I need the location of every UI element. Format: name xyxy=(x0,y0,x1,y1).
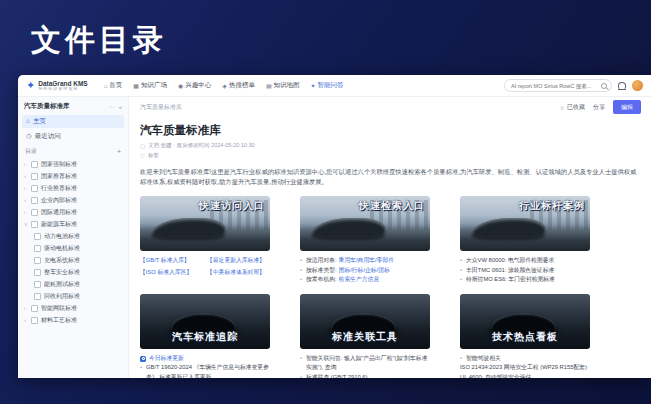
tree-item[interactable]: ›国家推荐标准 xyxy=(22,170,124,182)
tree-item[interactable]: ›行业推荐标准 xyxy=(22,182,124,194)
search-facet-label: 按标准类型: xyxy=(306,266,337,276)
tree-item[interactable]: 能耗测试标准 xyxy=(22,278,124,290)
caret-icon: › xyxy=(24,209,28,215)
share-button[interactable]: 分享 xyxy=(593,103,605,112)
nav-item-hot-list[interactable]: ◈热搜榜单 xyxy=(222,81,255,90)
search-facet-link[interactable]: 国标/行标/企标/团标 xyxy=(339,266,390,276)
nav-item-home[interactable]: ⌂首页 xyxy=(104,81,123,90)
quick-link[interactable]: 【ISO 标准入库区】 xyxy=(140,268,203,278)
card-banner-title: 汽车标准追踪 xyxy=(140,330,270,344)
quick-link[interactable]: 【最近更新入库标准】 xyxy=(207,256,270,266)
tree-item[interactable]: 整车安全标准 xyxy=(22,266,124,278)
app-topbar: ✦ DataGrand KMS 智能知识管理系统 ⌂首页 ▦知识广场 ◉兴趣中心… xyxy=(18,75,651,97)
folder-icon xyxy=(34,245,41,252)
card-banner[interactable]: 快速检索入口 xyxy=(300,196,430,251)
folder-icon xyxy=(31,197,38,204)
update-header: 今日标准更新 xyxy=(140,354,270,364)
update-icon xyxy=(140,356,146,362)
tree-item[interactable]: ›国际通用标准 xyxy=(22,206,124,218)
folder-icon xyxy=(31,185,38,192)
tree-item[interactable]: 驱动电机标准 xyxy=(22,242,124,254)
nav-item-knowledge-plaza[interactable]: ▦知识广场 xyxy=(133,81,167,90)
caret-icon: › xyxy=(24,317,28,323)
nav-item-smart-qa[interactable]: ✦智能问答 xyxy=(311,81,344,90)
document-title: 汽车质量标准库 xyxy=(140,123,641,138)
sidebar: 汽车质量标准库 ⋯ « ⌂ 主页 ◷ 最近访问 目录 + ›国家强制标准 ›国家… xyxy=(18,97,129,378)
notification-bell-icon[interactable] xyxy=(618,82,626,89)
search-facet-label: 按适用对象: xyxy=(306,256,337,266)
tree-item[interactable]: 充电系统标准 xyxy=(22,254,124,266)
tree-item[interactable]: ›智能网联标准 xyxy=(22,302,124,314)
folder-icon xyxy=(31,209,38,216)
target-icon: ◉ xyxy=(178,82,183,89)
nav-item-interest-center[interactable]: ◉兴趣中心 xyxy=(178,81,211,90)
document-meta: ▢ 文档 创建 · 最后修改时间 2024-05-20 10:30 xyxy=(140,142,641,149)
hotspot-item[interactable]: 智能驾驶相关 xyxy=(466,354,501,364)
case-item[interactable]: 大众VW 80000: 电气部件检测要求 xyxy=(466,256,554,266)
page-title: 文件目录 xyxy=(31,20,167,61)
tool-item[interactable]: 标准联查 (GB/T 2910.6) xyxy=(306,373,367,378)
card-benchmark-cases: 行业标杆案例 •大众VW 80000: 电气部件检测要求 •丰田TMC 0601… xyxy=(460,196,590,285)
folder-icon xyxy=(31,221,38,228)
card-banner[interactable]: 技术热点看板 xyxy=(460,294,590,349)
home-icon: ⌂ xyxy=(104,83,108,89)
map-icon: ▤ xyxy=(266,82,272,89)
hotspot-item[interactable]: ISO 21434:2023 网络安全工程 (WP29 R155配套) xyxy=(460,363,587,373)
tree-item[interactable]: ›材料工艺标准 xyxy=(22,314,124,326)
rank-icon: ◈ xyxy=(222,82,227,89)
quick-link[interactable]: 【GB/T 标准入库】 xyxy=(140,256,203,266)
search-facet-link[interactable]: 乘用车/商用车/零部件 xyxy=(339,256,394,266)
sidebar-item-home[interactable]: ⌂ 主页 xyxy=(22,115,124,128)
user-avatar[interactable] xyxy=(632,80,643,91)
global-search[interactable] xyxy=(504,79,612,92)
hotspot-item[interactable]: UL 4600: 自动驾驶安全评估 xyxy=(460,373,531,378)
document-tags: ♡ 标签 xyxy=(140,152,641,159)
card-banner[interactable]: 汽车标准追踪 xyxy=(140,294,270,349)
card-banner[interactable]: 标准关联工具 xyxy=(300,294,430,349)
sidebar-item-recent[interactable]: ◷ 最近访问 xyxy=(22,130,124,143)
tree-item[interactable]: 动力电池标准 xyxy=(22,230,124,242)
car-image xyxy=(311,218,387,237)
app-logo[interactable]: ✦ DataGrand KMS 智能知识管理系统 xyxy=(26,80,88,92)
card-standard-tracking: 汽车标准追踪 今日标准更新 •GB/T 19620-2024 《车辆生产信息与标… xyxy=(140,294,270,378)
main-content: 汽车质量标准库 ☆已收藏 分享 编辑 汽车质量标准库 ▢ 文档 创建 · 最后修… xyxy=(129,97,651,378)
card-quick-search: 快速检索入口 •按适用对象:乘用车/商用车/零部件 •按标准类型:国标/行标/企… xyxy=(300,196,430,285)
card-banner[interactable]: 快速访问入口 xyxy=(140,196,270,251)
car-image xyxy=(151,218,227,237)
card-banner[interactable]: 行业标杆案例 xyxy=(460,196,590,251)
car-image xyxy=(471,218,547,237)
search-input[interactable] xyxy=(509,82,599,90)
caret-icon: › xyxy=(24,197,28,203)
sidebar-section-label: 目录 xyxy=(25,147,37,156)
sidebar-collapse-icon[interactable]: « xyxy=(119,104,122,110)
logo-icon: ✦ xyxy=(26,80,35,91)
search-icon xyxy=(601,83,607,89)
folder-icon xyxy=(31,173,38,180)
case-item[interactable]: 丰田TMC 0601: 涂装颜色验证标准 xyxy=(466,266,554,276)
caret-icon: ∨ xyxy=(24,221,28,227)
folder-icon xyxy=(34,293,41,300)
edit-button[interactable]: 编辑 xyxy=(613,100,641,114)
tree-item[interactable]: ›国家强制标准 xyxy=(22,158,124,170)
tree-item[interactable]: 回收利用标准 xyxy=(22,290,124,302)
favorite-button[interactable]: ☆已收藏 xyxy=(560,103,585,112)
grid-icon: ▦ xyxy=(133,82,139,89)
add-folder-button[interactable]: + xyxy=(117,148,121,155)
card-association-tool: 标准关联工具 •智能关联问答: 输入如"产品出厂检"(如"刹车标准实施"), 查… xyxy=(300,294,430,378)
case-item[interactable]: 特斯拉MO ES6: 车门密封检测标准 xyxy=(466,275,555,285)
top-nav: ⌂首页 ▦知识广场 ◉兴趣中心 ◈热搜榜单 ▤知识地图 ✦智能问答 xyxy=(104,81,344,90)
tool-item[interactable]: 智能关联问答: 输入如"产品出厂检"(如"刹车标准实施"), 查询 xyxy=(306,354,430,373)
sidebar-title: 汽车质量标准库 xyxy=(24,102,105,111)
folder-icon xyxy=(34,233,41,240)
sidebar-more-icon[interactable]: ⋯ xyxy=(109,103,115,110)
home-icon: ⌂ xyxy=(26,118,30,125)
quick-link[interactable]: 【中美标准体系对照】 xyxy=(207,268,270,278)
tree-item[interactable]: ›企业内部标准 xyxy=(22,194,124,206)
update-item[interactable]: GB/T 19620-2024 《车辆生产信息与标准变更参考》 标准更新已入库更… xyxy=(146,363,270,378)
star-icon: ☆ xyxy=(560,104,565,111)
breadcrumb[interactable]: 汽车质量标准库 xyxy=(140,103,182,112)
tree-item[interactable]: ∨新能源车标准 xyxy=(22,218,124,230)
intro-paragraph: 欢迎来到汽车质量标准库!这里是汽车行业权威的标准知识资源中心,您可以通过六个关联… xyxy=(140,167,641,187)
nav-item-knowledge-map[interactable]: ▤知识地图 xyxy=(266,81,300,90)
search-facet-link[interactable]: 检索生产方信息 xyxy=(339,275,380,285)
